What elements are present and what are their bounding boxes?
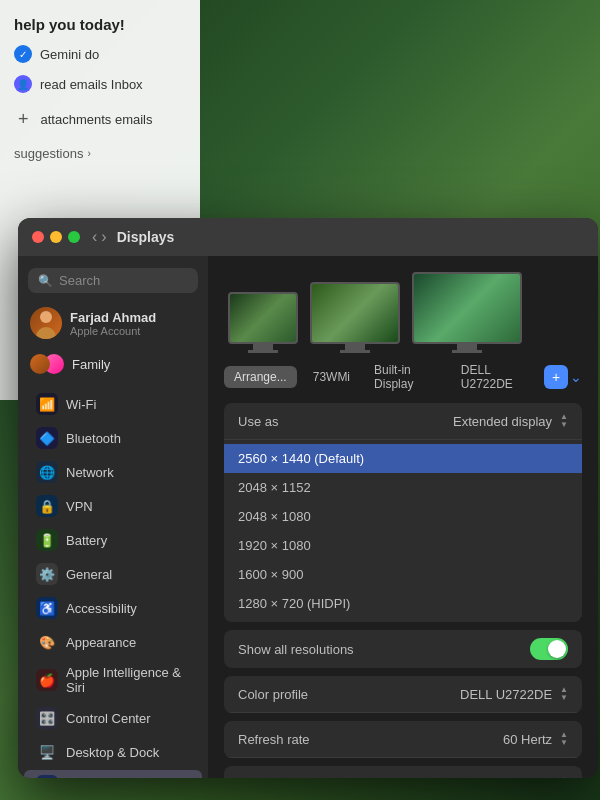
refresh-rate-stepper[interactable]: ▲ ▼ bbox=[560, 731, 568, 747]
use-as-stepper[interactable]: ▲ ▼ bbox=[560, 413, 568, 429]
navigation-buttons: ‹ › bbox=[92, 228, 107, 246]
resolution-item-0[interactable]: 2560 × 1440 (Default) bbox=[224, 444, 582, 473]
sidebar-label-battery: Battery bbox=[66, 533, 107, 548]
sidebar-label-network: Network bbox=[66, 465, 114, 480]
attachments-item[interactable]: + attachments emails bbox=[10, 99, 190, 140]
forward-button[interactable]: › bbox=[101, 228, 106, 246]
monitor-screen-2 bbox=[310, 282, 400, 344]
sidebar-item-wifi[interactable]: 📶 Wi-Fi bbox=[24, 388, 202, 420]
minimize-button[interactable] bbox=[50, 231, 62, 243]
sidebar-item-vpn[interactable]: 🔒 VPN bbox=[24, 490, 202, 522]
resolution-item-4[interactable]: 1600 × 900 bbox=[224, 560, 582, 589]
user-profile[interactable]: Farjad Ahmad Apple Account bbox=[18, 301, 208, 345]
appearance-icon: 🎨 bbox=[36, 631, 58, 653]
monitor-base-3 bbox=[452, 350, 482, 353]
sidebar-item-accessibility[interactable]: ♿ Accessibility bbox=[24, 592, 202, 624]
rotation-panel: Rotation Standard ▲ ▼ bbox=[224, 766, 582, 778]
sidebar-item-battery[interactable]: 🔋 Battery bbox=[24, 524, 202, 556]
search-box[interactable]: 🔍 Search bbox=[28, 268, 198, 293]
sidebar-label-bluetooth: Bluetooth bbox=[66, 431, 121, 446]
battery-icon: 🔋 bbox=[36, 529, 58, 551]
vpn-icon: 🔒 bbox=[36, 495, 58, 517]
family-avatars bbox=[30, 354, 64, 374]
monitor-screen-1 bbox=[228, 292, 298, 344]
sidebar-label-control-center: Control Center bbox=[66, 711, 151, 726]
show-all-toggle[interactable] bbox=[530, 638, 568, 660]
user-name: Farjad Ahmad bbox=[70, 310, 156, 325]
resolution-item-1[interactable]: 2048 × 1152 bbox=[224, 473, 582, 502]
monitor-base-1 bbox=[248, 350, 278, 353]
rotation-value[interactable]: Standard ▲ ▼ bbox=[499, 776, 568, 778]
refresh-rate-label: Refresh rate bbox=[238, 732, 310, 747]
system-preferences-window: ‹ › Displays 🔍 Search Farjad Ahmad Apple… bbox=[18, 218, 598, 778]
close-button[interactable] bbox=[32, 231, 44, 243]
monitor-1[interactable] bbox=[228, 292, 298, 353]
suggestions-link[interactable]: suggestions › bbox=[10, 140, 190, 167]
color-profile-label: Color profile bbox=[238, 687, 308, 702]
resolution-item-3[interactable]: 1920 × 1080 bbox=[224, 531, 582, 560]
color-profile-stepper[interactable]: ▲ ▼ bbox=[560, 686, 568, 702]
accessibility-icon: ♿ bbox=[36, 597, 58, 619]
monitor-base-2 bbox=[340, 350, 370, 353]
assistant-heading: help you today! bbox=[10, 10, 190, 39]
monitor-2[interactable] bbox=[310, 282, 400, 353]
sidebar-item-desktop-dock[interactable]: 🖥️ Desktop & Dock bbox=[24, 736, 202, 768]
family-label: Family bbox=[72, 357, 110, 372]
avatar bbox=[30, 307, 62, 339]
refresh-rate-panel: Refresh rate 60 Hertz ▲ ▼ bbox=[224, 721, 582, 758]
network-icon: 🌐 bbox=[36, 461, 58, 483]
resolution-list: 2560 × 1440 (Default) 2048 × 1152 2048 ×… bbox=[224, 440, 582, 622]
sidebar-label-desktop-dock: Desktop & Dock bbox=[66, 745, 159, 760]
displays-icon: 🖥 bbox=[36, 775, 58, 778]
wifi-icon: 📶 bbox=[36, 393, 58, 415]
sidebar-item-network[interactable]: 🌐 Network bbox=[24, 456, 202, 488]
user-subtitle: Apple Account bbox=[70, 325, 156, 337]
rotation-row: Rotation Standard ▲ ▼ bbox=[224, 766, 582, 778]
rotation-label: Rotation bbox=[238, 777, 286, 779]
resolution-item-5[interactable]: 1280 × 720 (HIDPI) bbox=[224, 589, 582, 618]
use-as-panel: Use as Extended display ▲ ▼ 2560 × 1440 … bbox=[224, 403, 582, 622]
monitor-name-3: DELL U2722DE bbox=[461, 363, 528, 391]
refresh-rate-value[interactable]: 60 Hertz ▲ ▼ bbox=[503, 731, 568, 747]
family-avatar-1 bbox=[30, 354, 50, 374]
window-title: Displays bbox=[117, 229, 175, 245]
rotation-stepper[interactable]: ▲ ▼ bbox=[560, 776, 568, 778]
search-input[interactable]: Search bbox=[59, 273, 100, 288]
sidebar-item-bluetooth[interactable]: 🔷 Bluetooth bbox=[24, 422, 202, 454]
color-profile-row: Color profile DELL U2722DE ▲ ▼ bbox=[224, 676, 582, 713]
use-as-label: Use as bbox=[238, 414, 278, 429]
sidebar-item-displays[interactable]: 🖥 Displays bbox=[24, 770, 202, 778]
gemini-do-item[interactable]: ✓ Gemini do bbox=[10, 39, 190, 69]
sidebar-item-general[interactable]: ⚙️ General bbox=[24, 558, 202, 590]
monitor-dropdown-arrow[interactable]: ⌄ bbox=[570, 369, 582, 385]
sidebar-item-apple-intelligence[interactable]: 🍎 Apple Intelligence & Siri bbox=[24, 660, 202, 700]
monitor-3[interactable] bbox=[412, 272, 522, 353]
monitor-toolbar: Arrange... 73WMi Built-in Display DELL U… bbox=[208, 363, 598, 403]
back-button[interactable]: ‹ bbox=[92, 228, 97, 246]
sidebar-item-family[interactable]: Family bbox=[18, 349, 208, 379]
color-profile-value[interactable]: DELL U2722DE ▲ ▼ bbox=[460, 686, 568, 702]
resolution-item-2[interactable]: 2048 × 1080 bbox=[224, 502, 582, 531]
monitor-name-1: 73WMi bbox=[313, 370, 350, 384]
general-icon: ⚙️ bbox=[36, 563, 58, 585]
refresh-rate-row: Refresh rate 60 Hertz ▲ ▼ bbox=[224, 721, 582, 758]
window-body: 🔍 Search Farjad Ahmad Apple Account Fami… bbox=[18, 256, 598, 778]
sidebar-label-vpn: VPN bbox=[66, 499, 93, 514]
sidebar-item-appearance[interactable]: 🎨 Appearance bbox=[24, 626, 202, 658]
maximize-button[interactable] bbox=[68, 231, 80, 243]
sidebar-label-appearance: Appearance bbox=[66, 635, 136, 650]
sidebar: 🔍 Search Farjad Ahmad Apple Account Fami… bbox=[18, 256, 208, 778]
arrange-button[interactable]: Arrange... bbox=[224, 366, 297, 388]
use-as-value[interactable]: Extended display ▲ ▼ bbox=[453, 413, 568, 429]
sidebar-item-control-center[interactable]: 🎛️ Control Center bbox=[24, 702, 202, 734]
sidebar-label-apple-intelligence: Apple Intelligence & Siri bbox=[66, 665, 190, 695]
add-monitor-button[interactable]: + bbox=[544, 365, 568, 389]
user-info: Farjad Ahmad Apple Account bbox=[70, 310, 156, 337]
monitors-area bbox=[208, 256, 598, 363]
chevron-right-icon: › bbox=[87, 148, 90, 159]
check-circle-icon: ✓ bbox=[14, 45, 32, 63]
read-emails-item[interactable]: 👤 read emails Inbox bbox=[10, 69, 190, 99]
person-icon: 👤 bbox=[14, 75, 32, 93]
control-center-icon: 🎛️ bbox=[36, 707, 58, 729]
search-icon: 🔍 bbox=[38, 274, 53, 288]
